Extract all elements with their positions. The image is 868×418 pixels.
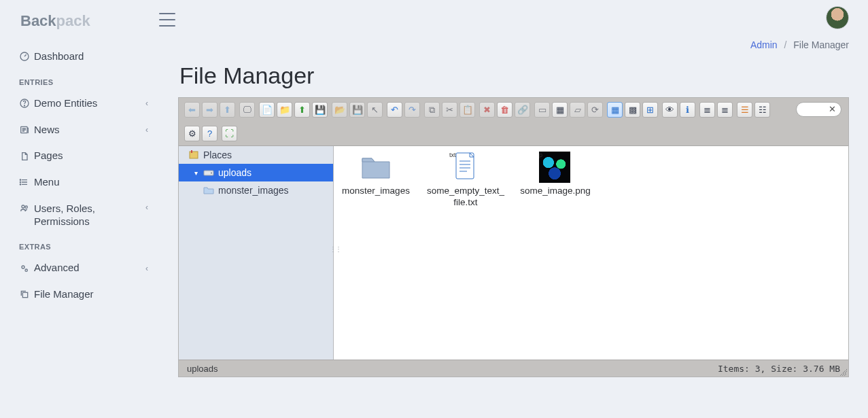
view-large-icons-button[interactable]: ▦ — [607, 102, 623, 118]
view-small-icons-button[interactable]: ▩ — [625, 102, 640, 118]
select-none-icon: ▱ — [574, 105, 581, 114]
upload-icon: ⬆ — [298, 105, 306, 114]
svg-point-8 — [25, 206, 27, 208]
main: Admin / File Manager File Manager ⬅ ➡ ⬆ … — [159, 0, 868, 418]
home-button[interactable]: 🖵 — [239, 102, 255, 118]
tree-resize-handle[interactable]: ⋮⋮ — [330, 245, 334, 260]
topbar — [159, 0, 868, 35]
view-list-button[interactable]: ☰ — [737, 102, 752, 118]
sidebar-item-label: Advanced — [34, 262, 145, 275]
refresh-button[interactable]: ⟳ — [587, 102, 603, 118]
breadcrumb-current: File Manager — [793, 39, 849, 50]
svg-point-2 — [24, 105, 24, 106]
svg-point-7 — [22, 205, 24, 208]
nav-group-extras: EXTRAS — [0, 234, 159, 255]
disk-button[interactable]: 💾 — [349, 102, 365, 118]
upload-button[interactable]: ⬆ — [294, 102, 310, 118]
sidebar-item-advanced[interactable]: Advanced ‹ — [0, 255, 159, 281]
tree-monster-images[interactable]: monster_images — [179, 181, 333, 199]
tree-uploads[interactable]: ▾ uploads — [179, 164, 333, 181]
sort-size-icon: ≣ — [721, 105, 729, 114]
forward-button[interactable]: ➡ — [202, 102, 218, 118]
empty-trash-button[interactable]: 🗑 — [497, 102, 513, 118]
file-manager: ⬅ ➡ ⬆ 🖵 📄 📁 ⬆ 💾 📂 💾 — [178, 97, 849, 377]
select-all-icon: ▦ — [556, 105, 564, 114]
link-button[interactable]: 🔗 — [515, 102, 530, 118]
file-folder-monster-images[interactable]: monster_images — [336, 152, 415, 197]
download-button[interactable]: 💾 — [312, 102, 328, 118]
undo-icon: ↶ — [391, 105, 398, 114]
sort-size-button[interactable]: ≣ — [717, 102, 733, 118]
file-plus-icon: 📄 — [262, 105, 273, 114]
sidebar-item-pages[interactable]: Pages — [0, 143, 159, 169]
folder-plus-icon: 📁 — [279, 105, 290, 114]
avatar[interactable] — [826, 6, 849, 29]
clear-search-icon[interactable]: ✕ — [829, 104, 836, 114]
svg-rect-11 — [22, 293, 27, 298]
sidebar-item-news[interactable]: News ‹ — [0, 117, 159, 143]
status-summary: Items: 3, Size: 3.76 MB — [718, 364, 840, 374]
select-all-button[interactable]: ▦ — [552, 102, 568, 118]
view-detail-button[interactable]: ☷ — [754, 102, 770, 118]
clipboard-icon: 📋 — [462, 105, 473, 114]
redo-button[interactable]: ↷ — [404, 102, 420, 118]
file-image-some-image[interactable]: p some_image.png — [516, 152, 595, 197]
preview-button[interactable]: 👁 — [662, 102, 678, 118]
folder-open-icon: 📂 — [334, 105, 345, 114]
open-button[interactable]: 📂 — [332, 102, 347, 118]
select-none-button[interactable]: ▱ — [570, 102, 585, 118]
svg-point-10 — [25, 269, 27, 271]
nav-group-entries: ENTRIES — [0, 70, 159, 90]
grid-large-icon: ▦ — [611, 105, 619, 114]
chevron-left-icon: ‹ — [145, 264, 148, 273]
settings-button[interactable]: ⚙ — [184, 126, 200, 141]
undo-button[interactable]: ↶ — [387, 102, 402, 118]
hamburger-toggle[interactable] — [159, 13, 175, 27]
x-icon: ✖ — [483, 105, 491, 114]
fullscreen-icon: ⛶ — [225, 129, 234, 138]
view-grid-button[interactable]: ⊞ — [642, 102, 658, 118]
sidebar-item-users-roles[interactable]: Users, Roles, Permissions ‹ — [0, 196, 159, 235]
copy-icon — [19, 289, 34, 300]
arrow-left-icon: ⬅ — [188, 105, 196, 114]
refresh-icon: ⟳ — [591, 105, 599, 114]
cut-button[interactable]: ✂ — [442, 102, 457, 118]
delete-button[interactable]: ✖ — [479, 102, 495, 118]
breadcrumb-sep: / — [784, 39, 787, 50]
help-icon: ? — [207, 129, 212, 138]
fm-toolbar: ⬅ ➡ ⬆ 🖵 📄 📁 ⬆ 💾 📂 💾 — [179, 98, 848, 146]
new-folder-button[interactable]: 📁 — [277, 102, 292, 118]
trash-icon: 🗑 — [500, 105, 509, 114]
pointer-button[interactable]: ↖ — [367, 102, 383, 118]
file-label: some_image.png — [516, 186, 595, 197]
copy-button[interactable]: ⧉ — [424, 102, 440, 118]
fm-body: Places ▾ uploads — [179, 146, 848, 360]
drive-icon — [203, 167, 214, 178]
back-button[interactable]: ⬅ — [184, 102, 200, 118]
fullscreen-button[interactable]: ⛶ — [222, 126, 237, 141]
paste-button[interactable]: 📋 — [459, 102, 475, 118]
places-icon — [188, 150, 199, 160]
new-file-button[interactable]: 📄 — [259, 102, 275, 118]
sidebar-item-demo-entities[interactable]: Demo Entities ‹ — [0, 90, 159, 117]
collapse-toggle-icon[interactable]: ▾ — [192, 169, 199, 177]
sort-name-button[interactable]: ≣ — [699, 102, 715, 118]
sidebar-item-file-manager[interactable]: File Manager — [0, 281, 159, 308]
file-txt-some-empty[interactable]: txt some_empty_text_file.txt — [426, 152, 505, 209]
select-rect-icon: ▭ — [538, 105, 546, 114]
sidebar-item-menu[interactable]: Menu — [0, 169, 159, 196]
resize-grip[interactable] — [840, 369, 847, 376]
sidebar-item-dashboard[interactable]: Dashboard — [0, 43, 159, 70]
tree-places[interactable]: Places — [179, 146, 333, 164]
sidebar-item-label: Menu — [34, 176, 148, 189]
info-button[interactable]: ℹ — [680, 102, 695, 118]
grid-icon: ⊞ — [646, 105, 654, 114]
eye-icon: 👁 — [665, 105, 674, 114]
brand-strong: Back — [20, 12, 56, 29]
disk-icon: 💾 — [352, 105, 363, 114]
select-rect-button[interactable]: ▭ — [534, 102, 550, 118]
breadcrumb-admin-link[interactable]: Admin — [750, 39, 778, 50]
svg-point-5 — [20, 182, 20, 183]
help-button[interactable]: ? — [202, 126, 218, 141]
up-button[interactable]: ⬆ — [220, 102, 235, 118]
